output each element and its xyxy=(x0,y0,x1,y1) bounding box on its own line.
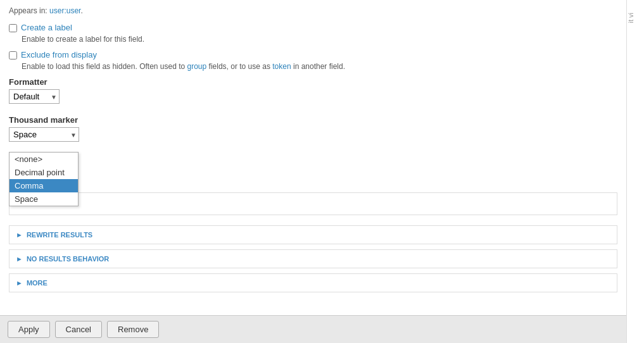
side-peek-text: it vi xyxy=(627,13,635,23)
exclude-display-checkbox[interactable] xyxy=(9,51,17,59)
formatter-select-wrapper: Default ▼ xyxy=(9,89,60,104)
remove-button[interactable]: Remove xyxy=(107,321,159,338)
side-peek-panel: it vi xyxy=(626,0,644,343)
create-label-desc: Enable to create a label for this field. xyxy=(22,35,617,44)
more-section: ► MORE xyxy=(9,273,617,292)
thousand-marker-select-wrapper: <none> Decimal point Comma Space ▼ xyxy=(9,127,79,142)
appears-in-link[interactable]: user:user xyxy=(49,6,80,15)
formatter-label: Formatter xyxy=(9,77,617,87)
more-header[interactable]: ► MORE xyxy=(9,274,617,292)
dropdown-option-none[interactable]: <none> xyxy=(9,153,78,166)
cancel-button[interactable]: Cancel xyxy=(55,321,102,338)
group-link[interactable]: group xyxy=(187,62,207,71)
scrollable-content: Appears in: user:user. Create a label En… xyxy=(0,0,626,315)
thousand-marker-section: Thousand marker <none> Decimal point Com… xyxy=(9,115,617,148)
rewrite-results-triangle: ► xyxy=(16,231,23,239)
no-results-header[interactable]: ► NO RESULTS BEHAVIOR xyxy=(9,250,617,268)
prefix-suffix-hint: nd suffix. xyxy=(9,178,617,187)
appears-in: Appears in: user:user. xyxy=(9,6,617,15)
no-results-triangle: ► xyxy=(16,255,23,263)
create-label-checkbox[interactable] xyxy=(9,24,17,32)
appears-in-label: Appears in: xyxy=(9,6,47,15)
more-label: MORE xyxy=(27,279,47,287)
token-link[interactable]: token xyxy=(272,62,291,71)
create-label-text: Create a label xyxy=(21,23,72,32)
no-results-section: ► NO RESULTS BEHAVIOR xyxy=(9,249,617,268)
more-triangle: ► xyxy=(16,279,23,287)
dropdown-option-space[interactable]: Space xyxy=(9,192,78,206)
footer-bar: Apply Cancel Remove xyxy=(0,315,626,343)
apply-button[interactable]: Apply xyxy=(8,321,50,338)
empty-box xyxy=(9,192,617,215)
thousand-marker-dropdown: <none> Decimal point Comma Space xyxy=(9,152,79,206)
exclude-display-desc: Enable to load this field as hidden. Oft… xyxy=(22,62,617,71)
main-panel: Appears in: user:user. Create a label En… xyxy=(0,0,626,343)
rewrite-results-section: ► REWRITE RESULTS xyxy=(9,225,617,244)
thousand-marker-label: Thousand marker xyxy=(9,115,617,125)
exclude-display-row: Exclude from display xyxy=(9,50,617,59)
exclude-display-text: Exclude from display xyxy=(21,50,97,59)
create-label-row: Create a label xyxy=(9,23,617,32)
dropdown-option-comma[interactable]: Comma xyxy=(9,179,78,192)
formatter-select[interactable]: Default xyxy=(9,89,60,104)
dropdown-option-decimal[interactable]: Decimal point xyxy=(9,166,78,179)
no-results-label: NO RESULTS BEHAVIOR xyxy=(27,255,109,263)
rewrite-results-label: REWRITE RESULTS xyxy=(27,231,92,239)
rewrite-results-header[interactable]: ► REWRITE RESULTS xyxy=(9,226,617,244)
thousand-marker-select[interactable]: <none> Decimal point Comma Space xyxy=(9,127,79,142)
